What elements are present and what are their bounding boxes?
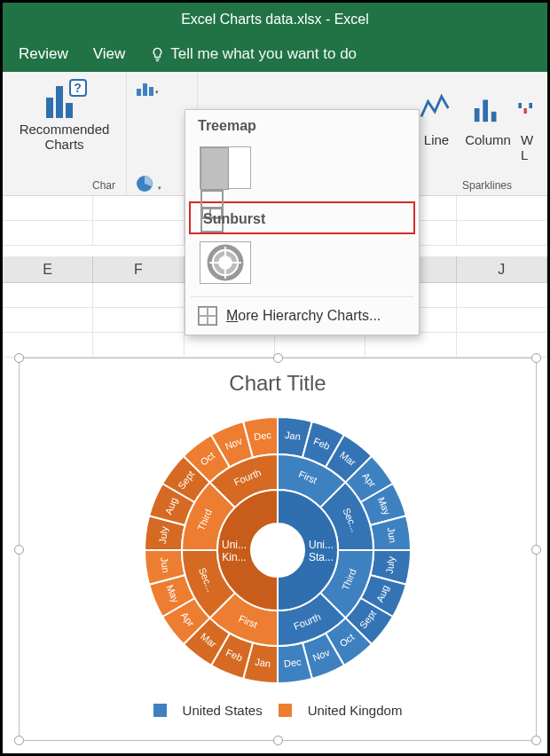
chart-object[interactable]: Chart Title JanFebMarFirstAprMayJunSec..… xyxy=(19,358,537,741)
column-chart-dropdown[interactable]: ▾ xyxy=(134,79,162,98)
ribbon-group-label-sparklines: Sparklines xyxy=(462,177,512,193)
more-rest: ore Hierarchy Charts... xyxy=(238,308,381,323)
svg-text:Uni...: Uni... xyxy=(309,539,334,551)
sparkline-column-label: Column xyxy=(465,132,511,147)
tab-view[interactable]: View xyxy=(93,45,126,63)
sparkline-line-label: Line xyxy=(424,132,449,147)
svg-rect-3 xyxy=(483,100,488,122)
resize-handle-nw[interactable] xyxy=(14,353,24,363)
svg-text:▾: ▾ xyxy=(158,185,161,191)
line-sparkline-icon xyxy=(420,91,453,125)
sunburst-chart-icon: JanFebMarFirstAprMayJunSec...JulyAugSept… xyxy=(127,399,428,701)
svg-text:Jun: Jun xyxy=(159,556,171,573)
recommended-label-2: Charts xyxy=(44,137,83,152)
question-badge-icon: ? xyxy=(69,79,87,97)
more-hierarchy-charts-button[interactable]: More Hierarchy Charts... xyxy=(185,297,419,335)
legend-label-uk: United Kingdom xyxy=(308,703,403,718)
recommended-label-1: Recommended xyxy=(20,122,110,137)
treemap-chart-option[interactable] xyxy=(200,146,251,189)
lightbulb-icon xyxy=(150,47,165,62)
svg-text:Jan: Jan xyxy=(255,657,271,669)
legend-marker-us xyxy=(153,704,167,717)
chart-title[interactable]: Chart Title xyxy=(20,358,536,399)
ribbon-group-charts: ? Recommended Charts Char xyxy=(3,72,127,195)
chart-legend[interactable]: United States United Kingdom xyxy=(20,701,536,727)
recommended-charts-button[interactable]: ? Recommended Charts xyxy=(11,75,119,157)
svg-text:Uni...: Uni... xyxy=(222,539,247,551)
svg-text:Kin...: Kin... xyxy=(222,551,246,563)
ribbon-group-label-charts: Char xyxy=(92,177,119,193)
sparkline-winloss-button[interactable]: WL xyxy=(514,79,540,162)
sunburst-thumb-icon xyxy=(207,244,244,281)
sparkline-winloss-label-2: L xyxy=(521,147,528,162)
sparkline-winloss-label-1: W xyxy=(521,132,533,147)
svg-rect-6 xyxy=(523,108,527,114)
pie-chart-dropdown[interactable]: ▾ xyxy=(134,174,162,193)
resize-handle-se[interactable] xyxy=(531,736,541,745)
svg-rect-2 xyxy=(475,108,480,122)
legend-label-us: United States xyxy=(183,703,263,718)
resize-handle-n[interactable] xyxy=(273,353,283,363)
resize-handle-e[interactable] xyxy=(531,545,541,555)
ribbon-group-sparklines: Line Column WL Sparklines xyxy=(404,72,547,195)
menu-bar: Review View Tell me what you want to do xyxy=(3,36,547,72)
legend-marker-uk xyxy=(279,704,292,717)
svg-text:Jun: Jun xyxy=(386,526,398,543)
winloss-sparkline-icon xyxy=(516,91,538,125)
svg-text:Sta...: Sta... xyxy=(309,551,334,563)
svg-rect-7 xyxy=(529,103,532,108)
tell-me-search[interactable]: Tell me what you want to do xyxy=(150,45,357,63)
resize-handle-s[interactable] xyxy=(273,736,283,745)
column-f[interactable]: F xyxy=(93,256,184,283)
sunburst-chart-option[interactable] xyxy=(200,241,251,284)
hierarchy-chart-dropdown: Treemap Sunburst More Hierarchy Charts..… xyxy=(185,109,420,335)
more-underline: M xyxy=(226,308,238,323)
dropdown-treemap-header: Treemap xyxy=(185,110,419,139)
column-j[interactable]: J xyxy=(457,256,547,283)
tell-me-label: Tell me what you want to do xyxy=(170,45,357,63)
recommended-charts-icon: ? xyxy=(46,81,83,118)
svg-point-48 xyxy=(251,524,304,577)
chart-plot-area[interactable]: JanFebMarFirstAprMayJunSec...JulyAugSept… xyxy=(20,399,536,701)
column-sparkline-icon xyxy=(471,91,505,125)
resize-handle-sw[interactable] xyxy=(14,736,24,745)
column-e[interactable]: E xyxy=(3,256,93,283)
svg-rect-5 xyxy=(518,103,522,108)
sparkline-column-button[interactable]: Column xyxy=(462,79,514,162)
resize-handle-ne[interactable] xyxy=(531,353,541,363)
window-title: Excel Charts data.xlsx - Excel xyxy=(181,12,369,28)
svg-text:Jan: Jan xyxy=(284,429,301,442)
resize-handle-w[interactable] xyxy=(14,545,24,555)
svg-rect-4 xyxy=(491,112,497,122)
more-charts-icon xyxy=(198,306,217,326)
title-bar: Excel Charts data.xlsx - Excel xyxy=(3,3,547,36)
tab-review[interactable]: Review xyxy=(19,45,68,63)
